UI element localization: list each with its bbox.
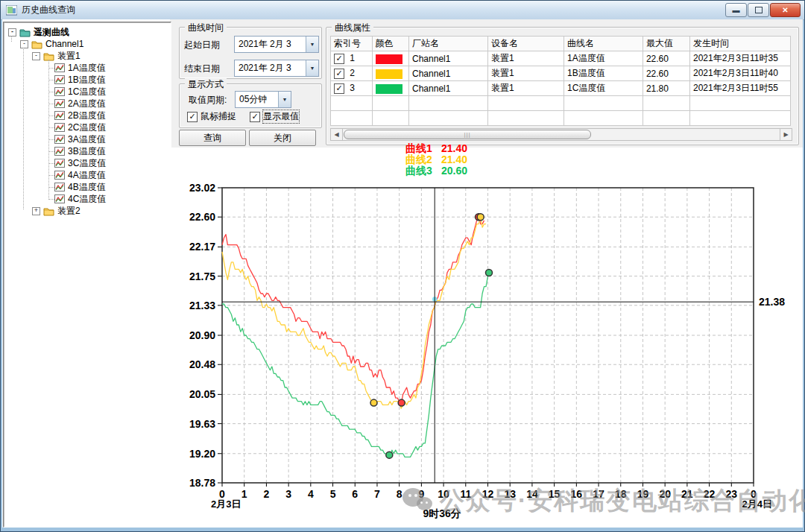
table-cell: 1B温度值 <box>564 66 643 81</box>
table-header-4[interactable]: 曲线名 <box>564 37 643 51</box>
y-tick-label: 20.90 <box>189 329 215 341</box>
y-tick-label: 19.63 <box>189 418 215 430</box>
y-tick-label: 21.33 <box>189 300 215 311</box>
x-tick-label: 5 <box>330 488 336 500</box>
tree-item-root[interactable]: -遥测曲线 <box>8 26 69 38</box>
scroll-left-icon[interactable]: ◀ <box>331 129 343 140</box>
max_marker-2 <box>477 214 484 221</box>
y-tick-label: 19.20 <box>189 448 215 460</box>
y-tick-label: 23.02 <box>189 182 215 194</box>
tree-item-label: 装置1 <box>57 50 80 63</box>
tree-item-label: 2B温度值 <box>68 110 106 122</box>
y-tick-label: 20.05 <box>189 388 215 400</box>
period-combobox[interactable]: 05分钟 ▼ <box>235 91 291 108</box>
show-extremes-check-icon[interactable]: ✓ <box>250 112 260 122</box>
legend-label: 曲线1 <box>405 143 441 154</box>
table-cell: Channel1 <box>409 81 488 96</box>
crosshair-value-label: 21.38 <box>759 296 785 308</box>
query-button[interactable]: 查询 <box>179 130 246 146</box>
y-tick-label: 22.17 <box>189 241 215 253</box>
end-date-combobox[interactable]: 2021年 2月 3 ▼ <box>234 60 319 77</box>
chart-legend: 曲线121.40曲线221.40曲线320.60 <box>405 143 467 177</box>
tree-item-channel1[interactable]: -Channel1 <box>20 38 83 50</box>
scrollbar-thumb[interactable]: ||| <box>344 130 591 139</box>
maximize-button[interactable] <box>748 3 769 17</box>
minimize-button[interactable]: ▬ <box>725 3 747 17</box>
collapse-icon[interactable]: - <box>8 28 16 37</box>
row-check-icon[interactable]: ✓ <box>334 83 344 94</box>
color-swatch <box>376 84 402 94</box>
table-cell: ✓ 2 <box>331 66 373 81</box>
row-check-icon[interactable]: ✓ <box>334 69 344 79</box>
title-bar[interactable]: 历史曲线查询 ▬ ✕ <box>1 1 804 20</box>
expand-icon[interactable]: + <box>32 207 40 215</box>
table-header-0[interactable]: 索引号 <box>331 37 373 51</box>
table-header-2[interactable]: 厂站名 <box>409 37 488 51</box>
table-row[interactable]: ✓ 1Channel1装置11A温度值22.602021年2月3日11时35 <box>331 51 791 66</box>
table-cell: 装置1 <box>487 81 564 96</box>
show-extremes-checkbox[interactable]: ✓ 显示最值 <box>250 110 299 123</box>
legend-value: 20.60 <box>441 165 467 177</box>
x-tick-label: 4 <box>308 488 314 500</box>
legend-row: 曲线121.40 <box>405 143 467 154</box>
curve-icon <box>54 183 65 191</box>
start-date-combobox[interactable]: 2021年 2月 3 ▼ <box>234 36 319 53</box>
table-cell: 1C温度值 <box>564 81 643 96</box>
table-cell <box>372 51 409 66</box>
collapse-icon[interactable]: - <box>32 52 40 60</box>
trend-chart[interactable]: 23.0222.6022.1721.7521.3320.9020.4820.05… <box>186 181 803 530</box>
table-hscrollbar[interactable]: ◀ ▶ ||| <box>330 128 792 141</box>
table-row[interactable]: ✓ 2Channel1装置11B温度值22.602021年2月3日11时40 <box>331 66 791 81</box>
curve-icon <box>54 99 65 108</box>
curve-icon <box>54 135 65 144</box>
min_marker-2 <box>370 399 377 406</box>
table-cell <box>372 81 409 96</box>
start-date-dropdown-icon[interactable]: ▼ <box>306 37 318 52</box>
curve-icon <box>54 111 65 120</box>
scroll-right-icon[interactable]: ▶ <box>780 129 792 140</box>
maximize-icon <box>755 7 763 13</box>
tree-item-label: 4A温度值 <box>68 169 106 182</box>
table-cell: 2021年2月3日11时40 <box>689 66 790 81</box>
table-cell: 装置1 <box>487 66 564 81</box>
legend-row: 曲线221.40 <box>405 154 467 165</box>
table-empty-row <box>331 111 791 126</box>
close-dialog-button[interactable]: 关闭 <box>249 130 316 146</box>
tree-item-device1[interactable]: -装置1 <box>32 50 80 62</box>
row-check-icon[interactable]: ✓ <box>334 54 344 64</box>
table-empty-row <box>331 96 791 111</box>
table-header-5[interactable]: 最大值 <box>643 37 689 51</box>
app-window: 历史曲线查询 ▬ ✕ -遥测曲线-Channel1-装置11A温度值1B温度值1… <box>0 0 805 532</box>
max_marker-3 <box>485 269 492 276</box>
tree-item-device2[interactable]: +装置2 <box>32 205 80 217</box>
table-header-3[interactable]: 设备名 <box>487 37 564 51</box>
mouse-capture-checkbox[interactable]: ✓ 鼠标捕捉 <box>187 110 236 123</box>
tree-item-label: 4B温度值 <box>68 181 106 194</box>
watermark: 公众号·安科瑞变电站综合自动化 <box>402 484 805 518</box>
close-button[interactable]: ✕ <box>770 3 801 17</box>
table-header-1[interactable]: 颜色 <box>372 37 409 51</box>
mouse-capture-label: 鼠标捕捉 <box>201 110 236 123</box>
mouse-capture-check-icon[interactable]: ✓ <box>187 112 198 122</box>
x-tick-label: 1 <box>242 488 247 500</box>
y-tick-label: 20.48 <box>189 358 215 370</box>
table-row[interactable]: ✓ 3Channel1装置11C温度值21.802021年2月3日11时55 <box>331 81 791 96</box>
tree-item-label: 2C温度值 <box>68 121 106 134</box>
curve-properties-table[interactable]: 索引号颜色厂站名设备名曲线名最大值发生时间✓ 1Channel1装置11A温度值… <box>330 36 791 126</box>
tree-item-label: 3B温度值 <box>68 145 106 158</box>
curve-tree[interactable]: -遥测曲线-Channel1-装置11A温度值1B温度值1C温度值2A温度值2B… <box>3 22 171 528</box>
curve-icon <box>54 159 65 168</box>
end-date-dropdown-icon[interactable]: ▼ <box>306 60 318 76</box>
x-tick-label: 7 <box>374 488 380 500</box>
table-cell: ✓ 1 <box>331 51 373 66</box>
tree-item-label: 1B温度值 <box>68 74 106 86</box>
curve-line-2 <box>222 217 486 408</box>
properties-groupbox-title: 曲线属性 <box>332 22 373 34</box>
period-dropdown-icon[interactable]: ▼ <box>278 92 291 107</box>
legend-label: 曲线2 <box>405 154 441 165</box>
tree-item-label: 2A温度值 <box>68 98 106 110</box>
show-extremes-label: 显示最值 <box>263 110 299 123</box>
collapse-icon[interactable]: - <box>20 40 28 48</box>
table-header-6[interactable]: 发生时间 <box>689 37 790 51</box>
tree-item-label: 遥测曲线 <box>34 26 69 39</box>
